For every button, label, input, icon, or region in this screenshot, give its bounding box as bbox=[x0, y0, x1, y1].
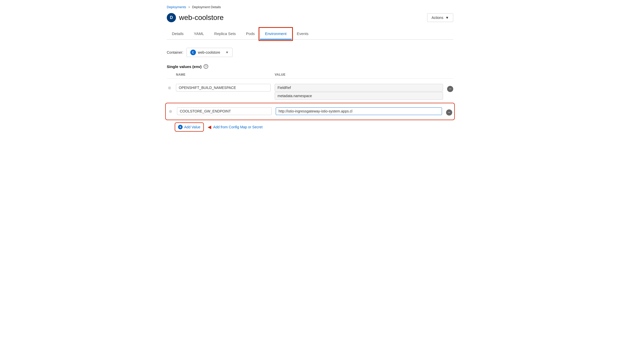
tab-details[interactable]: Details bbox=[167, 28, 189, 40]
env-value-area-1: FieldRef metadata.namespace bbox=[275, 84, 443, 100]
env-remove-button-1[interactable]: − bbox=[447, 86, 453, 92]
drag-handle-icon[interactable]: ⊕ bbox=[167, 84, 172, 90]
tab-replica-sets[interactable]: Replica Sets bbox=[209, 28, 241, 40]
breadcrumb: Deployments > Deployment Details bbox=[167, 5, 453, 9]
env-name-input-1[interactable] bbox=[176, 84, 271, 92]
add-from-config-map-link[interactable]: ◀ Add from Config Map or Secret bbox=[208, 124, 263, 130]
actions-button[interactable]: Actions ▼ bbox=[427, 13, 453, 22]
deployment-icon: D bbox=[167, 13, 176, 22]
arrow-left-icon: ◀ bbox=[208, 124, 211, 130]
env-name-input-2[interactable] bbox=[177, 107, 272, 115]
page-title: web-coolstore bbox=[179, 14, 224, 22]
container-icon: C bbox=[190, 50, 196, 55]
tabs-bar: Details YAML Replica Sets Pods Environme… bbox=[167, 28, 453, 40]
footer-actions: + Add Value ◀ Add from Config Map or Sec… bbox=[167, 124, 453, 130]
title-area: D web-coolstore bbox=[167, 13, 224, 22]
breadcrumb-separator: > bbox=[188, 5, 190, 9]
chevron-down-icon: ▼ bbox=[226, 51, 229, 54]
tab-events[interactable]: Events bbox=[292, 28, 314, 40]
env-table: NAME VALUE ⊕ FieldRef metadata.namespace… bbox=[167, 73, 453, 119]
breadcrumb-deployments-link[interactable]: Deployments bbox=[167, 5, 186, 9]
help-icon[interactable]: ? bbox=[204, 64, 208, 69]
add-value-button[interactable]: + Add Value bbox=[176, 124, 203, 130]
col-name-header: NAME bbox=[176, 73, 271, 76]
plus-icon: + bbox=[178, 125, 183, 129]
container-selector[interactable]: C web-coolstore ▼ bbox=[186, 48, 232, 57]
env-remove-button-2[interactable]: − bbox=[446, 109, 452, 116]
table-row: ⊕ − bbox=[167, 104, 453, 119]
drag-handle-icon[interactable]: ⊕ bbox=[168, 107, 173, 114]
chevron-down-icon: ▼ bbox=[445, 16, 449, 20]
env-value-type-1: FieldRef bbox=[275, 84, 443, 92]
container-row: Container: C web-coolstore ▼ bbox=[167, 48, 453, 57]
breadcrumb-current: Deployment Details bbox=[192, 5, 221, 9]
container-name: web-coolstore bbox=[198, 50, 224, 54]
col-value-header: VALUE bbox=[275, 73, 453, 76]
tab-yaml[interactable]: YAML bbox=[189, 28, 209, 40]
section-title: Single values (env) ? bbox=[167, 64, 453, 69]
env-table-header: NAME VALUE bbox=[167, 73, 453, 79]
tab-environment[interactable]: Environment bbox=[260, 28, 292, 40]
table-row: ⊕ FieldRef metadata.namespace − bbox=[167, 81, 453, 103]
env-section: Single values (env) ? NAME VALUE ⊕ Field… bbox=[167, 64, 453, 130]
page-header: D web-coolstore Actions ▼ bbox=[167, 13, 453, 22]
env-value-area-2 bbox=[276, 107, 442, 115]
container-label: Container: bbox=[167, 50, 183, 54]
env-value-input-2[interactable] bbox=[276, 107, 442, 115]
tab-pods[interactable]: Pods bbox=[241, 28, 260, 40]
env-value-detail-1: metadata.namespace bbox=[275, 92, 443, 100]
